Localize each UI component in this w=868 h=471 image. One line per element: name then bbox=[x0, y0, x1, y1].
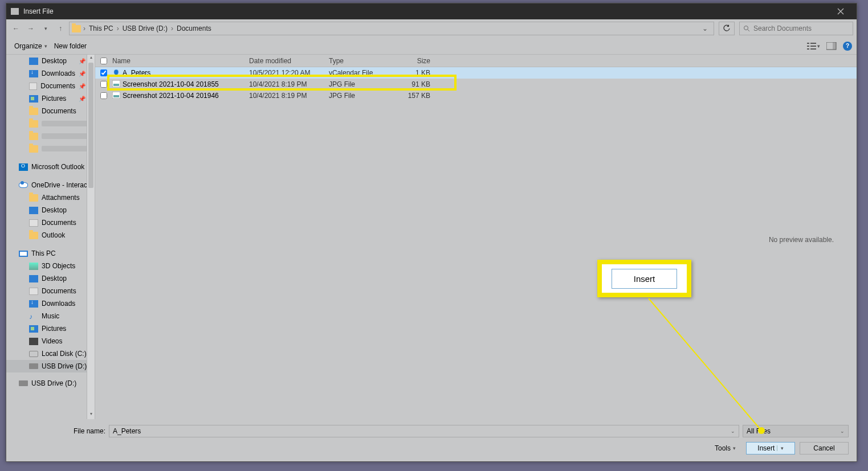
callout-insert-button: Insert bbox=[612, 269, 678, 289]
search-icon bbox=[743, 25, 750, 32]
new-folder-button[interactable]: New folder bbox=[51, 40, 90, 52]
tree-item[interactable]: USB Drive (D:) bbox=[6, 360, 95, 372]
preview-pane-toggle[interactable] bbox=[825, 40, 838, 52]
pin-icon: 📌 bbox=[79, 71, 85, 77]
file-checkbox[interactable] bbox=[100, 92, 107, 99]
tree-item[interactable]: Desktop bbox=[6, 204, 95, 216]
tree-item[interactable]: Videos bbox=[6, 335, 95, 347]
view-menu[interactable]: ▾ bbox=[806, 40, 820, 52]
tree-item[interactable]: Desktop📌 bbox=[6, 55, 95, 67]
image-icon bbox=[112, 80, 120, 89]
window-title: Insert File bbox=[23, 7, 829, 15]
scroll-up-icon[interactable]: ▴ bbox=[87, 55, 95, 63]
chevron-right-icon: › bbox=[171, 24, 173, 32]
folder-icon bbox=[29, 145, 38, 153]
history-dropdown[interactable]: ▾ bbox=[39, 22, 52, 35]
close-button[interactable] bbox=[829, 3, 852, 19]
tree-onedrive[interactable]: OneDrive - Interact bbox=[6, 179, 95, 191]
column-name[interactable]: Name bbox=[112, 57, 249, 65]
refresh-button[interactable] bbox=[719, 22, 735, 35]
forward-button[interactable]: → bbox=[25, 22, 37, 35]
insert-button[interactable]: Insert ▾ bbox=[746, 442, 795, 454]
desk-icon bbox=[29, 58, 38, 65]
select-all-checkbox[interactable] bbox=[100, 58, 107, 64]
scroll-down-icon[interactable]: ▾ bbox=[87, 411, 95, 419]
file-row[interactable]: Screenshot 2021-10-04 20194610/4/2021 8:… bbox=[95, 90, 857, 101]
file-row[interactable]: Screenshot 2021-10-04 20185510/4/2021 8:… bbox=[95, 79, 857, 90]
tree-item[interactable]: Downloads📌 bbox=[6, 67, 95, 80]
tree-item[interactable]: Documents bbox=[6, 285, 95, 297]
breadcrumb-documents[interactable]: Documents bbox=[176, 24, 213, 32]
column-type[interactable]: Type bbox=[329, 57, 396, 65]
file-row[interactable]: 👤A_Peters10/5/2021 12:20 AMvCalendar Fil… bbox=[95, 67, 857, 79]
svg-rect-12 bbox=[113, 95, 119, 97]
folder-icon bbox=[29, 194, 38, 202]
file-list-pane: Name Date modified Type Size 👤A_Peters10… bbox=[95, 55, 857, 419]
outlook-icon bbox=[19, 163, 28, 171]
tree-item[interactable]: Documents📌 bbox=[6, 80, 95, 92]
scroll-thumb[interactable] bbox=[88, 63, 93, 188]
folder-icon bbox=[29, 120, 38, 128]
mus-icon bbox=[29, 313, 38, 320]
tree-item[interactable]: Pictures📌 bbox=[6, 92, 95, 105]
tree-item[interactable]: Documents bbox=[6, 216, 95, 229]
cancel-button[interactable]: Cancel bbox=[800, 442, 849, 454]
filename-input[interactable]: A_Peters ⌄ bbox=[109, 425, 739, 437]
tree-item[interactable]: Attachments bbox=[6, 191, 95, 204]
chevron-right-icon: › bbox=[117, 24, 119, 32]
filename-label: File name: bbox=[14, 427, 105, 435]
svg-rect-2 bbox=[807, 46, 809, 47]
svg-point-0 bbox=[744, 26, 748, 30]
obj-icon bbox=[29, 263, 38, 270]
disk-icon bbox=[29, 351, 38, 357]
dl-icon bbox=[29, 70, 38, 77]
address-bar[interactable]: › This PC › USB Drive (D:) › Documents ⌄ bbox=[69, 22, 714, 35]
svg-rect-8 bbox=[833, 42, 836, 50]
search-placeholder: Search Documents bbox=[753, 24, 812, 32]
doc-icon bbox=[29, 288, 38, 295]
tree-item[interactable] bbox=[6, 130, 95, 142]
organize-menu[interactable]: Organize▾ bbox=[11, 40, 51, 52]
column-size[interactable]: Size bbox=[396, 57, 436, 65]
doc-icon bbox=[29, 83, 37, 90]
address-dropdown[interactable]: ⌄ bbox=[699, 24, 711, 32]
column-headers: Name Date modified Type Size bbox=[95, 55, 857, 67]
chevron-down-icon[interactable]: ⌄ bbox=[731, 428, 735, 434]
desk-icon bbox=[29, 207, 38, 214]
tree-item[interactable]: Music bbox=[6, 310, 95, 322]
toolbar: Organize▾ New folder ▾ ? bbox=[6, 38, 857, 55]
help-button[interactable]: ? bbox=[843, 42, 852, 51]
breadcrumb-usb[interactable]: USB Drive (D:) bbox=[121, 24, 169, 32]
tree-item[interactable]: Documents bbox=[6, 105, 95, 117]
tree-item[interactable]: Outlook bbox=[6, 229, 95, 241]
svg-rect-5 bbox=[810, 46, 816, 47]
tree-item[interactable]: Downloads bbox=[6, 297, 95, 310]
contact-icon: 👤 bbox=[112, 69, 120, 77]
desk-icon bbox=[29, 275, 38, 282]
tree-item[interactable]: Desktop bbox=[6, 272, 95, 285]
breadcrumb-this-pc[interactable]: This PC bbox=[88, 24, 115, 32]
column-date[interactable]: Date modified bbox=[249, 57, 329, 65]
back-button[interactable]: ← bbox=[10, 22, 22, 35]
nav-scrollbar[interactable]: ▴ ▾ bbox=[87, 55, 95, 419]
usb-icon bbox=[19, 380, 28, 386]
tree-outlook[interactable]: Microsoft Outlook bbox=[6, 161, 95, 173]
tree-item[interactable] bbox=[6, 117, 95, 130]
tree-item[interactable] bbox=[6, 142, 95, 155]
tree-item[interactable]: 3D Objects bbox=[6, 260, 95, 272]
tree-item[interactable]: Local Disk (C:) bbox=[6, 347, 95, 360]
up-button[interactable]: ↑ bbox=[54, 22, 67, 35]
tools-menu[interactable]: Tools▾ bbox=[715, 444, 736, 452]
chevron-down-icon: ⌄ bbox=[840, 428, 845, 434]
search-input[interactable]: Search Documents bbox=[739, 22, 853, 35]
pic-icon bbox=[29, 325, 38, 333]
tree-thispc[interactable]: This PC bbox=[6, 247, 95, 260]
insert-file-dialog: Insert File ← → ▾ ↑ › This PC › USB Driv… bbox=[6, 3, 857, 462]
tree-usb-root[interactable]: USB Drive (D:) bbox=[6, 377, 95, 390]
file-checkbox[interactable] bbox=[100, 69, 107, 76]
file-checkbox[interactable] bbox=[100, 81, 107, 88]
folder-icon bbox=[29, 108, 38, 115]
pin-icon: 📌 bbox=[79, 83, 85, 89]
file-type-filter[interactable]: All Files ⌄ bbox=[743, 425, 849, 437]
tree-item[interactable]: Pictures bbox=[6, 322, 95, 335]
